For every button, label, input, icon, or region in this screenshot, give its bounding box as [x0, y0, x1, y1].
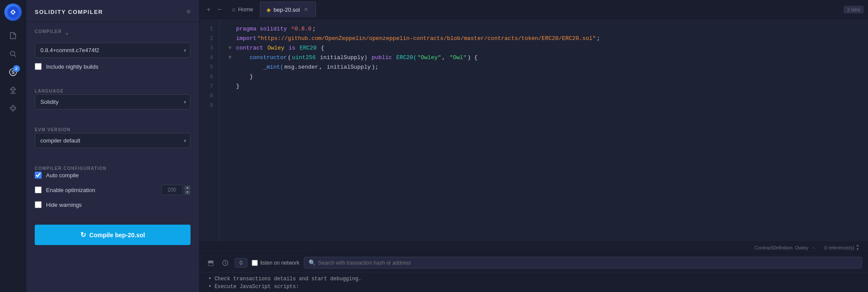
nightly-builds-row: Include nightly builds [35, 63, 191, 70]
bottom-bar: ⬒ 0 listen on network 🔍 • Check transact… [200, 253, 868, 292]
hide-warnings-label[interactable]: Hide warnings [46, 202, 82, 208]
contract-def-name: Owley [795, 245, 809, 250]
language-select[interactable]: SolidityYul [35, 94, 191, 110]
ref-nav-arrows: ▲ ▼ [856, 244, 859, 251]
code-editor: 123456789 pragma solidity ^0.8.0;import"… [200, 19, 868, 242]
count-value: 0 [240, 260, 243, 266]
language-section-label: LANGUAGE [35, 89, 64, 93]
auto-compile-row: Auto compile [35, 172, 191, 179]
bottom-toolbar: ⬒ 0 listen on network 🔍 [200, 253, 868, 272]
log-line: • Execute JavaScript scripts: [208, 283, 859, 291]
tab-file[interactable]: ◈ bep-20.sol ✕ [260, 2, 316, 17]
optimization-stepper: ▲ ▼ [184, 186, 191, 195]
reference-count: 0 reference(s) ▲ ▼ [825, 244, 859, 251]
listen-network-row: listen on network [252, 260, 299, 266]
tabs-count: 2 tabs [844, 6, 864, 13]
optimization-increment-btn[interactable]: ▲ [184, 186, 191, 190]
code-line: ▼ constructor(uint256 initialSupply) pub… [228, 53, 859, 63]
main-editor-area: + − ⌂ Home ◈ bep-20.sol ✕ 2 tabs 1234567… [200, 0, 868, 292]
compiler-select[interactable]: 0.8.4+commit.c7e474f20.8.3+commit.8d048a… [35, 43, 191, 58]
compiler-section: COMPILER + 0.8.4+commit.c7e474f20.8.3+co… [26, 22, 199, 80]
listen-network-label[interactable]: listen on network [260, 260, 299, 266]
nightly-builds-label[interactable]: Include nightly builds [46, 63, 99, 70]
compile-icon: ↻ [80, 231, 86, 239]
log-line: • Check transactions details and start d… [208, 275, 859, 283]
compiler-select-wrapper: 0.8.4+commit.c7e474f20.8.3+commit.8d048a… [35, 43, 191, 58]
optimization-row: Enable optimization ▲ ▼ [35, 185, 191, 195]
tab-close-icon[interactable]: ✕ [302, 6, 309, 13]
config-section-label: COMPILER CONFIGURATION [35, 166, 107, 171]
line-numbers: 123456789 [200, 19, 220, 242]
editor-toolbar: + − ⌂ Home ◈ bep-20.sol ✕ 2 tabs [200, 0, 868, 19]
language-select-wrapper: SolidityYul ▾ [35, 94, 191, 110]
compile-button-label: Compile bep-20.sol [89, 232, 145, 239]
sidebar-menu-icon[interactable]: ≡ [187, 8, 191, 16]
language-section: LANGUAGE SolidityYul ▾ [26, 80, 199, 118]
search-input[interactable] [318, 260, 857, 266]
code-line: } [228, 72, 859, 82]
optimization-value-group: ▲ ▼ [161, 185, 191, 195]
nav-deploy-icon[interactable] [5, 83, 21, 98]
compile-button[interactable]: ↻ Compile bep-20.sol [35, 225, 191, 245]
ref-count-label: 0 reference(s) [825, 245, 854, 250]
auto-compile-checkbox[interactable] [35, 172, 42, 179]
hide-warnings-checkbox[interactable] [35, 201, 42, 208]
hide-warnings-row: Hide warnings [35, 201, 191, 208]
zoom-in-button[interactable]: + [204, 4, 213, 15]
compiler-section-label: COMPILER [35, 29, 62, 34]
contract-definition: ContractDefinition Owley → [755, 245, 816, 250]
file-tab-icon: ◈ [266, 7, 271, 13]
code-line: import"https://github.com/OpenZeppelin/o… [228, 34, 859, 43]
zoom-out-button[interactable]: − [215, 4, 224, 15]
code-content[interactable]: pragma solidity ^0.8.0;import"https://gi… [220, 19, 868, 242]
tab-bar: ⌂ Home ◈ bep-20.sol ✕ [226, 2, 842, 17]
listen-network-checkbox[interactable] [252, 260, 258, 266]
compiler-badge: 2 [13, 65, 20, 72]
code-line: ▼contract Owley is ERC20 { [228, 43, 859, 53]
optimization-input[interactable] [161, 185, 183, 195]
nightly-builds-checkbox[interactable] [35, 63, 42, 70]
nav-compiler-icon[interactable]: S 2 [5, 64, 21, 80]
transaction-count: 0 [235, 258, 247, 268]
nav-plugin-icon[interactable] [5, 101, 21, 116]
arrow-icon: → [811, 245, 816, 250]
search-icon: 🔍 [309, 259, 316, 266]
terminal-clock-icon [220, 259, 230, 267]
sidebar-title: SOLIDITY COMPILER [35, 9, 103, 15]
icon-sidebar: S 2 [0, 0, 26, 292]
terminal-expand-button[interactable]: ⬒ [206, 258, 216, 268]
contract-def-label: ContractDefinition [755, 245, 792, 250]
auto-compile-label[interactable]: Auto compile [46, 172, 79, 179]
nav-files-icon[interactable] [5, 28, 21, 43]
nav-search-icon[interactable] [5, 46, 21, 62]
optimization-checkbox[interactable] [35, 186, 42, 193]
code-line: pragma solidity ^0.8.0; [228, 24, 859, 34]
evm-section: EVM VERSION compiler defaultistanbulberl… [26, 118, 199, 157]
search-wrapper: 🔍 [304, 257, 862, 269]
status-bar: ContractDefinition Owley → 0 reference(s… [200, 242, 868, 253]
svg-point-1 [10, 51, 15, 56]
compiler-add-icon[interactable]: + [65, 30, 69, 37]
file-tab-label: bep-20.sol [273, 7, 300, 13]
home-icon: ⌂ [232, 6, 236, 13]
ref-prev-button[interactable]: ▲ [856, 244, 859, 247]
bottom-logs: • Check transactions details and start d… [200, 272, 868, 292]
sidebar-header: SOLIDITY COMPILER ≡ [26, 0, 199, 22]
app-logo [4, 3, 22, 21]
sidebar-panel: SOLIDITY COMPILER ≡ COMPILER + 0.8.4+com… [26, 0, 200, 292]
evm-select-wrapper: compiler defaultistanbulberlinlondon ▾ [35, 133, 191, 148]
compiler-config-section: COMPILER CONFIGURATION Auto compile Enab… [26, 157, 199, 218]
evm-section-label: EVM VERSION [35, 127, 71, 132]
code-line: _mint(msg.sender, initialSupply); [228, 63, 859, 72]
tab-home[interactable]: ⌂ Home [226, 2, 260, 17]
optimization-decrement-btn[interactable]: ▼ [184, 190, 191, 195]
code-line: } [228, 82, 859, 91]
optimization-label[interactable]: Enable optimization [46, 187, 95, 193]
evm-select[interactable]: compiler defaultistanbulberlinlondon [35, 133, 191, 148]
home-tab-label: Home [238, 6, 253, 13]
ref-next-button[interactable]: ▼ [856, 248, 859, 251]
